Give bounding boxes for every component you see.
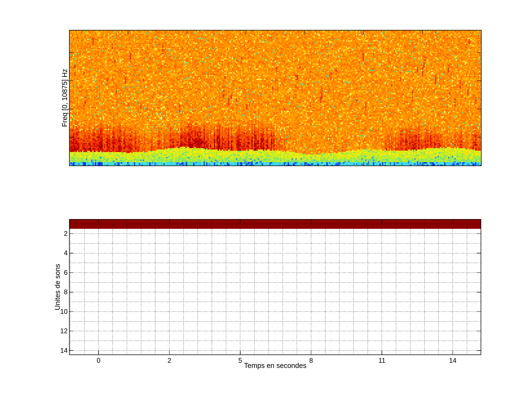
y-tick-label: 6 xyxy=(64,269,68,276)
sound-units-plot xyxy=(69,219,481,355)
y-tick-label: 4 xyxy=(64,250,68,256)
spectrogram-axes-box xyxy=(69,30,481,166)
sound-units-axes-box xyxy=(69,219,481,355)
x-axis-label: Temps en secondes xyxy=(244,362,306,370)
y-tick-label: 12 xyxy=(60,328,68,334)
x-tick-label: 2 xyxy=(168,357,171,364)
y-tick-label: 10 xyxy=(60,308,68,315)
x-tick-label: 14 xyxy=(449,357,456,364)
y-tick-label: 8 xyxy=(64,289,68,295)
spectrogram-ylabel: Freq [0, 10875] Hz xyxy=(61,69,69,127)
axes-border xyxy=(70,30,481,166)
x-tick-label: 5 xyxy=(238,357,242,364)
y-tick-label: 2 xyxy=(64,230,68,237)
plot-background xyxy=(69,219,481,355)
y-tick-label: 14 xyxy=(60,347,68,354)
sound-units-ylabel: Unites de sons xyxy=(54,264,62,310)
x-tick-label: 0 xyxy=(97,357,100,364)
x-tick-label: 11 xyxy=(379,357,385,364)
x-tick-label: 8 xyxy=(309,357,313,364)
spectrogram-plot xyxy=(69,30,481,166)
figure: Freq [0, 10875] Hz Unites de sons Temps … xyxy=(0,0,532,399)
